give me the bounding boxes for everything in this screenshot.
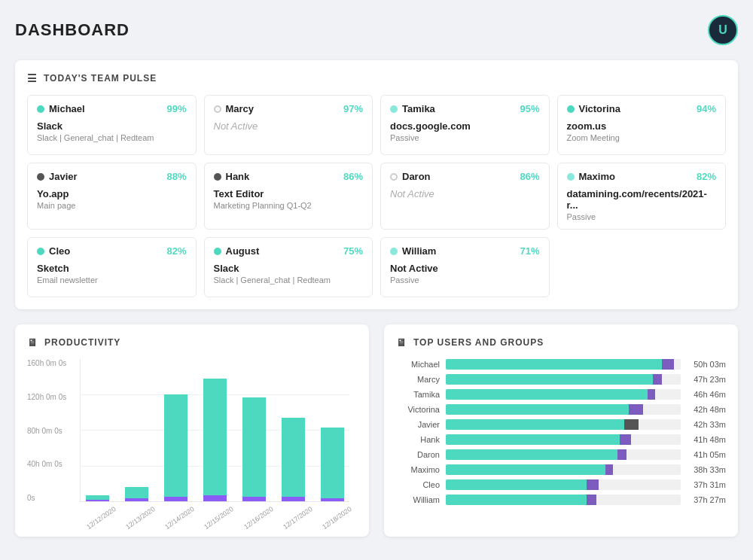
user-bar-time: 42h 48m (687, 405, 726, 414)
status-dot (214, 173, 221, 181)
bar-purple (125, 498, 148, 501)
y-axis-label: 120h 0m 0s (27, 393, 66, 401)
pulse-item-header: William 71% (390, 245, 540, 257)
status-dot (37, 248, 44, 255)
productivity-chart: 160h 0m 0s120h 0m 0s80h 0m 0s40h 0m 0s0s… (27, 359, 357, 525)
user-bar-track (446, 464, 681, 475)
pulse-app: zoom.us (567, 120, 717, 132)
status-dot (214, 105, 221, 113)
bar-fill-dark (624, 419, 639, 430)
bar-teal (321, 428, 344, 498)
bar-fill-purple (587, 479, 599, 490)
bar-fill-teal (446, 389, 648, 400)
pulse-username: Hank (226, 171, 250, 182)
pulse-detail: Zoom Meeting (567, 133, 717, 142)
bar-x-label: 12/16/2020 (242, 505, 275, 531)
pulse-username: Javier (49, 171, 78, 182)
pulse-user: Victorina (567, 103, 620, 114)
bar-purple (242, 497, 266, 501)
chart-bars: 12/12/2020 12/13/2020 12/14/2020 12/15/2… (80, 359, 349, 502)
user-bar-time: 42h 33m (687, 420, 726, 429)
user-bar-name: Daron (396, 450, 440, 459)
bar-teal (203, 379, 227, 495)
pulse-username: Marcy (226, 103, 255, 114)
pulse-percent: 95% (520, 103, 539, 114)
pulse-percent: 86% (520, 171, 539, 182)
team-pulse-title: ☰ TODAY'S TEAM PULSE (27, 72, 726, 84)
user-bar-name: William (396, 495, 440, 504)
pulse-item-header: Tamika 95% (390, 103, 540, 114)
pulse-user: Michael (37, 103, 85, 114)
top-users-card: 🖥 TOP USERS AND GROUPS Michael 50h 03m M… (384, 324, 738, 537)
bar-stack (321, 428, 344, 501)
user-bar-name: Victorina (396, 405, 440, 414)
pulse-item: August 75% Slack Slack | General_chat | … (204, 237, 373, 297)
pulse-app: docs.google.com (390, 120, 540, 132)
user-bar-row: Hank 41h 48m (396, 434, 726, 445)
team-pulse-card: ☰ TODAY'S TEAM PULSE Michael 99% Slack S… (15, 60, 738, 309)
pulse-detail: Passive (567, 212, 717, 221)
avatar[interactable]: U (708, 15, 738, 45)
user-bar-track (446, 449, 681, 460)
bar-fill-purple (617, 449, 626, 460)
user-bar-time: 38h 33m (687, 465, 726, 474)
page-title: DASHBOARD (15, 20, 130, 40)
bar-group: 12/13/2020 (120, 359, 153, 501)
bar-fill-teal (446, 479, 587, 490)
pulse-username: Maximo (579, 171, 615, 182)
pulse-user: William (390, 245, 436, 257)
pulse-item: Maximo 82% datamining.com/recents/2021-r… (557, 163, 727, 230)
pulse-percent: 71% (520, 245, 539, 257)
bar-group: 12/12/2020 (81, 359, 114, 501)
user-bar-track (446, 359, 681, 370)
top-users-title: 🖥 TOP USERS AND GROUPS (396, 336, 726, 348)
bar-fill-teal (446, 449, 617, 460)
user-bar-time: 50h 03m (687, 360, 726, 369)
productivity-title: 🖥 PRODUCTIVITY (27, 336, 357, 348)
pulse-item-header: Daron 86% (390, 171, 540, 182)
pulse-user: Maximo (567, 171, 615, 182)
user-bar-time: 46h 46m (687, 390, 726, 399)
user-bar-row: Maximo 38h 33m (396, 464, 726, 475)
pulse-item-header: Marcy 97% (214, 103, 364, 114)
user-bar-track (446, 374, 681, 385)
bar-x-label: 12/14/2020 (163, 505, 196, 531)
user-bar-row: Victorina 42h 48m (396, 404, 726, 415)
user-bar-row: Tamika 46h 46m (396, 389, 726, 400)
pulse-percent: 75% (343, 245, 363, 257)
status-dot (567, 173, 575, 181)
y-axis-label: 40h 0m 0s (27, 460, 66, 468)
pulse-username: Victorina (579, 103, 620, 114)
user-bar-name: Michael (396, 360, 440, 369)
header: DASHBOARD U (15, 15, 738, 45)
user-bar-track (446, 404, 681, 415)
pulse-percent: 97% (343, 103, 363, 114)
pulse-item: Tamika 95% docs.google.com Passive (380, 95, 550, 155)
bar-fill-teal (446, 464, 605, 475)
bar-stack (203, 379, 227, 501)
bar-x-label: 12/18/2020 (321, 505, 353, 531)
pulse-username: Tamika (402, 103, 435, 114)
pulse-app: Slack (214, 263, 364, 274)
pulse-percent: 99% (166, 103, 186, 114)
pulse-user: Marcy (214, 103, 255, 114)
pulse-item: Javier 88% Yo.app Main page (27, 163, 197, 230)
bar-fill-teal (446, 359, 662, 370)
pulse-item: William 71% Not Active Passive (380, 237, 550, 297)
user-bar-time: 37h 31m (687, 480, 726, 489)
user-bar-track (446, 479, 681, 490)
bar-fill-purple (605, 464, 612, 475)
pulse-grid: Michael 99% Slack Slack | General_chat |… (27, 95, 726, 297)
pulse-detail: Email newsletter (37, 275, 187, 285)
bar-fill-teal (446, 374, 653, 385)
user-bar-time: 47h 23m (687, 375, 726, 384)
pulse-item: Victorina 94% zoom.us Zoom Meeting (557, 95, 727, 155)
bar-x-label: 12/13/2020 (124, 505, 157, 531)
bar-purple (203, 495, 227, 501)
bar-fill-teal (446, 404, 629, 415)
pulse-username: Michael (49, 103, 85, 114)
pulse-app: Not Active (390, 263, 540, 274)
pulse-detail: Passive (390, 133, 540, 142)
pulse-percent: 82% (697, 171, 716, 182)
user-bar-time: 41h 05m (687, 450, 726, 459)
